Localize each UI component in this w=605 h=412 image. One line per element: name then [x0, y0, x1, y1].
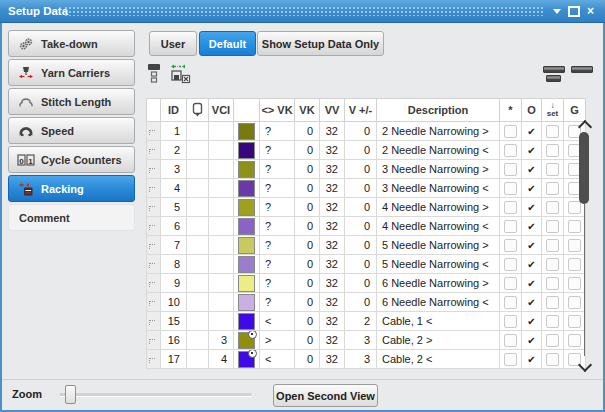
cell-description[interactable]: 6 Needle Narrowing >: [377, 274, 500, 293]
column-header-o[interactable]: O: [522, 99, 542, 122]
column-header-[interactable]: *: [500, 99, 522, 122]
cell-o[interactable]: ✔: [522, 122, 542, 141]
set-checkbox[interactable]: [546, 258, 559, 271]
cell-o[interactable]: ✔: [522, 236, 542, 255]
scrollbar-thumb[interactable]: [579, 132, 589, 204]
cell-vk_dir[interactable]: ?: [260, 236, 295, 255]
column-header-vv[interactable]: VV: [320, 99, 345, 122]
tab-user[interactable]: User: [149, 31, 197, 56]
cell-vk_dir[interactable]: ?: [260, 217, 295, 236]
column-header-vk[interactable]: VK: [295, 99, 320, 122]
row-selector[interactable]: [147, 274, 161, 293]
sidebar-item-stitch-length[interactable]: Stitch Length: [8, 88, 135, 115]
color-swatch[interactable]: [238, 294, 255, 311]
set-checkbox[interactable]: [546, 277, 559, 290]
sidebar-item-cycle-counters[interactable]: 01Cycle Counters: [8, 146, 135, 173]
scroll-down-icon[interactable]: [578, 358, 592, 372]
column-header-g[interactable]: G: [564, 99, 586, 122]
cell-o[interactable]: ✔: [522, 217, 542, 236]
star-checkbox[interactable]: [504, 334, 517, 347]
cell-o[interactable]: ✔: [522, 198, 542, 217]
row-selector[interactable]: [147, 198, 161, 217]
tab-default[interactable]: Default: [199, 31, 256, 56]
cell-vk_dir[interactable]: ?: [260, 141, 295, 160]
cell-o[interactable]: ✔: [522, 331, 542, 350]
cell-description[interactable]: 3 Needle Narrowing <: [377, 179, 500, 198]
star-checkbox[interactable]: [504, 258, 517, 271]
color-swatch[interactable]: [238, 237, 255, 254]
cell-vk_dir[interactable]: ?: [260, 293, 295, 312]
color-swatch[interactable]: [238, 275, 255, 292]
cell-description[interactable]: 2 Needle Narrowing >: [377, 122, 500, 141]
star-checkbox[interactable]: [504, 353, 517, 366]
star-checkbox[interactable]: [504, 182, 517, 195]
column-header-carrier[interactable]: [187, 99, 209, 122]
one-bar-view-button[interactable]: [571, 66, 593, 73]
set-checkbox[interactable]: [546, 125, 559, 138]
cell-o[interactable]: ✔: [522, 141, 542, 160]
cell-o[interactable]: ✔: [522, 274, 542, 293]
cell-description[interactable]: Cable, 2 <: [377, 350, 500, 369]
zoom-slider-thumb[interactable]: [65, 385, 76, 404]
column-header-vk[interactable]: <> VK: [260, 99, 295, 122]
cell-vk_dir[interactable]: <: [260, 312, 295, 331]
vertical-scrollbar[interactable]: [577, 120, 592, 372]
set-checkbox[interactable]: [546, 201, 559, 214]
cell-description[interactable]: 4 Needle Narrowing >: [377, 198, 500, 217]
star-checkbox[interactable]: [504, 201, 517, 214]
set-checkbox[interactable]: [546, 239, 559, 252]
maximize-button[interactable]: [565, 2, 582, 20]
set-checkbox[interactable]: [546, 144, 559, 157]
star-checkbox[interactable]: [504, 163, 517, 176]
cell-vk_dir[interactable]: ?: [260, 122, 295, 141]
cell-o[interactable]: ✔: [522, 350, 542, 369]
cell-description[interactable]: Cable, 2 >: [377, 331, 500, 350]
column-header-set[interactable]: ↓set: [542, 99, 564, 122]
cell-o[interactable]: ✔: [522, 312, 542, 331]
column-header-color[interactable]: [234, 99, 260, 122]
cell-o[interactable]: ✔: [522, 179, 542, 198]
row-selector[interactable]: [147, 179, 161, 198]
star-checkbox[interactable]: [504, 315, 517, 328]
cell-vk_dir[interactable]: ?: [260, 179, 295, 198]
set-checkbox[interactable]: [546, 220, 559, 233]
cell-description[interactable]: 2 Needle Narrowing <: [377, 141, 500, 160]
cell-description[interactable]: 3 Needle Narrowing >: [377, 160, 500, 179]
show-columns-button[interactable]: [147, 63, 164, 84]
two-bars-view-button[interactable]: [543, 66, 565, 82]
cell-description[interactable]: Cable, 1 <: [377, 312, 500, 331]
sidebar-item-comment[interactable]: Comment: [8, 204, 135, 231]
color-swatch[interactable]: [238, 256, 255, 273]
star-checkbox[interactable]: [504, 220, 517, 233]
row-selector[interactable]: [147, 217, 161, 236]
cell-vk_dir[interactable]: ?: [260, 255, 295, 274]
zoom-slider[interactable]: [59, 393, 252, 397]
tab-show-setup-data-only[interactable]: Show Setup Data Only: [257, 31, 384, 56]
cell-description[interactable]: 5 Needle Narrowing <: [377, 255, 500, 274]
set-checkbox[interactable]: [546, 163, 559, 176]
star-checkbox[interactable]: [504, 125, 517, 138]
row-selector[interactable]: [147, 312, 161, 331]
color-swatch[interactable]: [238, 161, 255, 178]
set-checkbox[interactable]: [546, 296, 559, 309]
cell-description[interactable]: 6 Needle Narrowing <: [377, 293, 500, 312]
window-menu-button[interactable]: [548, 2, 565, 20]
row-selector[interactable]: [147, 350, 161, 369]
star-checkbox[interactable]: [504, 277, 517, 290]
cell-o[interactable]: ✔: [522, 255, 542, 274]
sidebar-item-yarn-carriers[interactable]: Yarn Carriers: [8, 59, 135, 86]
star-checkbox[interactable]: [504, 144, 517, 157]
row-selector[interactable]: [147, 331, 161, 350]
star-checkbox[interactable]: [504, 296, 517, 309]
cell-description[interactable]: 5 Needle Narrowing >: [377, 236, 500, 255]
color-swatch[interactable]: [238, 142, 255, 159]
color-swatch[interactable]: [238, 332, 255, 349]
scrollbar-track[interactable]: [584, 204, 585, 356]
column-header-vci[interactable]: VCI: [209, 99, 234, 122]
color-swatch[interactable]: [238, 123, 255, 140]
cell-vk_dir[interactable]: ?: [260, 198, 295, 217]
row-selector[interactable]: [147, 122, 161, 141]
row-selector[interactable]: [147, 255, 161, 274]
set-checkbox[interactable]: [546, 315, 559, 328]
column-header-v[interactable]: V +/-: [345, 99, 377, 122]
